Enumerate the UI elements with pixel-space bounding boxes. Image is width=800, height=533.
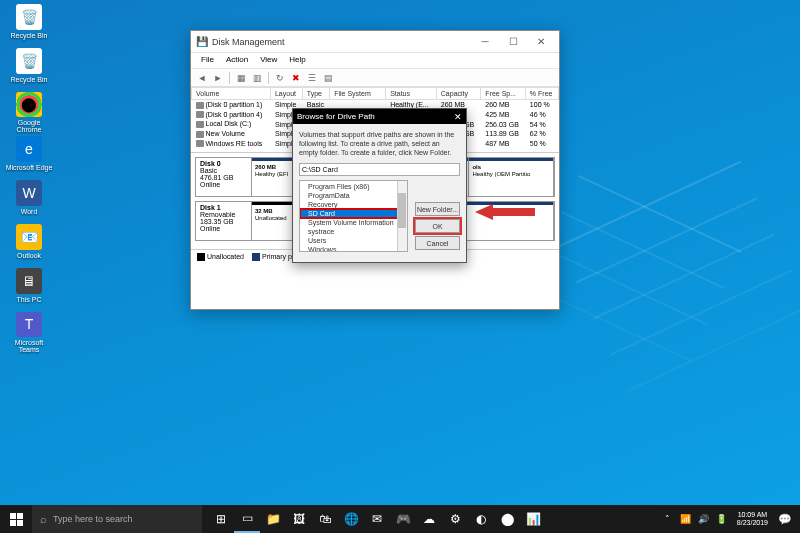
close-button[interactable]: ✕ — [527, 33, 555, 51]
desktop-icon[interactable]: 🗑️Recycle Bin — [4, 48, 54, 90]
window-title: Disk Management — [212, 37, 471, 47]
delete-icon[interactable]: ✖ — [289, 71, 303, 85]
properties-icon[interactable]: ▥ — [250, 71, 264, 85]
tree-item[interactable]: System Volume Information — [300, 218, 407, 227]
ok-button[interactable]: OK — [415, 219, 460, 233]
settings-icon[interactable]: ▤ — [321, 71, 335, 85]
taskbar-app[interactable]: 🎮 — [390, 505, 416, 533]
taskbar-app[interactable]: ▭ — [234, 505, 260, 533]
search-placeholder: Type here to search — [53, 514, 133, 524]
col-type[interactable]: Type — [302, 88, 329, 100]
forward-icon[interactable]: ► — [211, 71, 225, 85]
toolbar: ◄ ► ▦ ▥ ↻ ✖ ☰ ▤ — [191, 69, 559, 87]
scrollbar[interactable] — [397, 181, 407, 251]
edge-icon: e — [16, 136, 42, 162]
tree-item[interactable]: Program Files (x86) — [300, 182, 407, 191]
taskbar-app[interactable]: ⬤ — [494, 505, 520, 533]
svg-marker-0 — [475, 204, 535, 220]
search-box[interactable]: ⌕ Type here to search — [32, 505, 202, 533]
col-pctfree[interactable]: % Free — [525, 88, 558, 100]
desktop-icon[interactable]: TMicrosoft Teams — [4, 312, 54, 354]
browse-drive-path-dialog: Browse for Drive Path ✕ Volumes that sup… — [292, 108, 467, 263]
taskbar: ⌕ Type here to search ⊞ ▭ 📁 🖼 🛍 🌐 ✉ 🎮 ☁ … — [0, 505, 800, 533]
desktop-icon[interactable]: 📧Outlook — [4, 224, 54, 266]
col-filesystem[interactable]: File System — [330, 88, 386, 100]
task-view-icon[interactable]: ⊞ — [208, 505, 234, 533]
app-icon: 💾 — [195, 35, 208, 48]
legend-primary-icon — [252, 253, 260, 261]
tray-volume-icon[interactable]: 🔊 — [695, 505, 713, 533]
tree-item[interactable]: ProgramData — [300, 191, 407, 200]
tree-item[interactable]: systrace — [300, 227, 407, 236]
close-icon[interactable]: ✕ — [454, 112, 462, 122]
outlook-icon: 📧 — [16, 224, 42, 250]
tray-battery-icon[interactable]: 🔋 — [713, 505, 731, 533]
tray-chevron-icon[interactable]: ˄ — [659, 505, 677, 533]
taskbar-app[interactable]: 📊 — [520, 505, 546, 533]
refresh-icon[interactable]: ↻ — [273, 71, 287, 85]
new-folder-button[interactable]: New Folder... — [415, 202, 460, 216]
menu-help[interactable]: Help — [283, 53, 311, 68]
legend-unallocated-icon — [197, 253, 205, 261]
taskbar-app[interactable]: 📁 — [260, 505, 286, 533]
windows-logo-icon — [10, 513, 23, 526]
recycle-bin-icon: 🗑️ — [16, 4, 42, 30]
menubar: File Action View Help — [191, 53, 559, 69]
taskbar-apps: ⊞ ▭ 📁 🖼 🛍 🌐 ✉ 🎮 ☁ ⚙ ◐ ⬤ 📊 — [208, 505, 546, 533]
desktop-icon[interactable]: 🖥This PC — [4, 268, 54, 310]
taskbar-app[interactable]: ⚙ — [442, 505, 468, 533]
scrollbar-thumb[interactable] — [398, 193, 406, 228]
desktop-icon[interactable]: ⬤Google Chrome — [4, 92, 54, 134]
desktop-icon[interactable]: eMicrosoft Edge — [4, 136, 54, 178]
desktop-icons: 🗑️Recycle Bin 🗑️Recycle Bin ⬤Google Chro… — [4, 4, 54, 356]
menu-view[interactable]: View — [254, 53, 283, 68]
annotation-arrow — [475, 202, 535, 226]
tree-item[interactable]: Windows — [300, 245, 407, 252]
help-icon[interactable]: ☰ — [305, 71, 319, 85]
menu-action[interactable]: Action — [220, 53, 254, 68]
taskbar-app[interactable]: 🖼 — [286, 505, 312, 533]
col-volume[interactable]: Volume — [192, 88, 271, 100]
folder-tree[interactable]: Program Files (x86)ProgramDataRecoverySD… — [299, 180, 408, 252]
taskbar-app[interactable]: 🛍 — [312, 505, 338, 533]
tree-item[interactable]: SD Card — [300, 209, 407, 218]
col-layout[interactable]: Layout — [270, 88, 302, 100]
col-freespace[interactable]: Free Sp... — [481, 88, 526, 100]
taskbar-app[interactable]: ◐ — [468, 505, 494, 533]
dialog-title: Browse for Drive Path — [297, 112, 375, 121]
back-icon[interactable]: ◄ — [195, 71, 209, 85]
system-tray: ˄ 📶 🔊 🔋 10:09 AM 8/23/2019 💬 — [659, 505, 800, 533]
this-pc-icon: 🖥 — [16, 268, 42, 294]
titlebar[interactable]: 💾 Disk Management ─ ☐ ✕ — [191, 31, 559, 53]
recycle-bin-icon: 🗑️ — [16, 48, 42, 74]
dialog-instructions: Volumes that support drive paths are sho… — [299, 130, 460, 157]
desktop-icon[interactable]: 🗑️Recycle Bin — [4, 4, 54, 46]
menu-file[interactable]: File — [195, 53, 220, 68]
disk-header: Disk 1 Removable 183.35 GB Online — [196, 202, 252, 240]
cancel-button[interactable]: Cancel — [415, 236, 460, 250]
maximize-button[interactable]: ☐ — [499, 33, 527, 51]
chrome-icon: ⬤ — [16, 92, 42, 117]
drive-path-input[interactable] — [299, 163, 460, 176]
notifications-icon[interactable]: 💬 — [774, 505, 796, 533]
disk-partition[interactable]: 32 MBUnallocated — [252, 202, 294, 240]
minimize-button[interactable]: ─ — [471, 33, 499, 51]
tree-item[interactable]: Recovery — [300, 200, 407, 209]
word-icon: W — [16, 180, 42, 206]
dialog-titlebar[interactable]: Browse for Drive Path ✕ — [293, 109, 466, 124]
taskbar-clock[interactable]: 10:09 AM 8/23/2019 — [731, 511, 774, 528]
taskbar-app[interactable]: ☁ — [416, 505, 442, 533]
disk-header: Disk 0 Basic 476.81 GB Online — [196, 158, 252, 196]
col-capacity[interactable]: Capacity — [436, 88, 481, 100]
teams-icon: T — [16, 312, 42, 337]
taskbar-app[interactable]: ✉ — [364, 505, 390, 533]
start-button[interactable] — [0, 505, 32, 533]
table-header-row: Volume Layout Type File System Status Ca… — [192, 88, 559, 100]
desktop-icon[interactable]: WWord — [4, 180, 54, 222]
col-status[interactable]: Status — [386, 88, 437, 100]
tree-item[interactable]: Users — [300, 236, 407, 245]
view-icon[interactable]: ▦ — [234, 71, 248, 85]
tray-network-icon[interactable]: 📶 — [677, 505, 695, 533]
disk-partition[interactable]: olsHealthy (OEM Partitio — [469, 158, 554, 196]
taskbar-app[interactable]: 🌐 — [338, 505, 364, 533]
